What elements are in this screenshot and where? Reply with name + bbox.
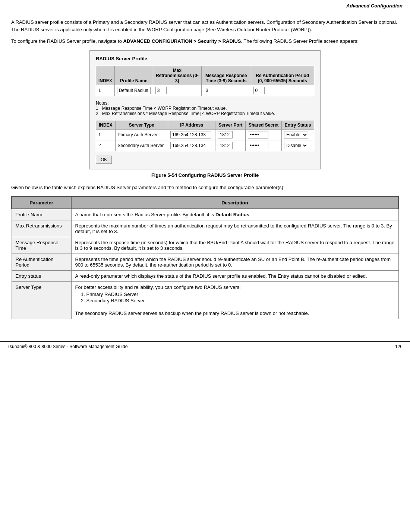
param-row: Max Retransmissions Represents the maxim… <box>12 220 398 237</box>
intro-paragraph2: To configure the RADIUS Server profile, … <box>11 38 399 45</box>
secret-input[interactable] <box>248 142 268 149</box>
param-name: Message Response Time <box>12 237 71 254</box>
radius-profile-box: RADIUS Server Profile INDEX Profile Name… <box>89 50 321 169</box>
footer-left: Tsunami® 800 & 8000 Series - Software Ma… <box>7 344 127 349</box>
max-retrans-cell[interactable] <box>153 85 201 96</box>
status-select[interactable]: EnableDisable <box>284 142 308 149</box>
col-index: INDEX <box>96 66 115 85</box>
footer-right: 126 <box>395 344 403 349</box>
col-msg-response: Message Response Time (3-9) Seconds <box>202 66 251 85</box>
ok-button[interactable]: OK <box>96 156 112 164</box>
param-desc: Represents the maximum number of times a… <box>71 220 398 237</box>
scol-index: INDEX <box>96 121 116 129</box>
page-header: Advanced Configuration <box>0 0 410 11</box>
figure-caption: Figure 5-54 Configuring RADIUS Server Pr… <box>151 172 259 178</box>
server-row: 1 Primary Auth Server EnableDisable <box>96 129 314 140</box>
col-re-auth: Re Authentication Period (0, 900-65535) … <box>251 66 314 85</box>
param-desc: Represents the time period after which t… <box>71 254 398 271</box>
given-below-text: Given below is the table which explains … <box>11 184 399 191</box>
param-desc: For better accessibility and reliability… <box>71 282 398 319</box>
srow-ip[interactable] <box>168 140 215 151</box>
re-auth-input[interactable] <box>253 87 265 94</box>
secret-input[interactable] <box>248 131 268 138</box>
param-table-col-param: Parameter <box>12 197 71 209</box>
desc-text: Represents the maximum number of times a… <box>75 223 392 234</box>
port-input[interactable] <box>218 131 233 138</box>
param-table-col-desc: Description <box>71 197 398 209</box>
desc-prefix: For better accessibility and reliability… <box>75 284 241 290</box>
param-row: Server Type For better accessibility and… <box>12 282 398 319</box>
param-desc: Represents the response time (in seconds… <box>71 237 398 254</box>
srow-index: 2 <box>96 140 116 151</box>
param-name: Server Type <box>12 282 71 319</box>
param-desc: A read-only parameter which displays the… <box>71 271 398 282</box>
srow-type: Primary Auth Server <box>115 129 168 140</box>
profile-index: 1 <box>96 85 115 96</box>
scol-server-type: Server Type <box>115 121 168 129</box>
port-input[interactable] <box>218 142 233 149</box>
col-max-retrans: Max Retransmissions (0-3) <box>153 66 201 85</box>
param-row: Profile Name A name that represents the … <box>12 209 398 220</box>
profile-name-input[interactable] <box>117 87 151 94</box>
param-row: Re Authentication Period Represents the … <box>12 254 398 271</box>
srow-status[interactable]: EnableDisable <box>282 129 314 140</box>
param-row: Message Response Time Represents the res… <box>12 237 398 254</box>
msg-response-input[interactable] <box>204 87 215 94</box>
srow-type: Secondary Auth Server <box>115 140 168 151</box>
col-profile-name: Profile Name <box>114 66 153 85</box>
figure-container: RADIUS Server Profile INDEX Profile Name… <box>11 50 399 178</box>
profile-row: 1 <box>96 85 314 96</box>
server-table: INDEX Server Type IP Address Server Port… <box>96 121 314 151</box>
note1: 1. Message Response Time < WORP Registra… <box>96 106 314 111</box>
max-retrans-input[interactable] <box>155 87 167 94</box>
param-name: Profile Name <box>12 209 71 220</box>
param-row: Entry status A read-only parameter which… <box>12 271 398 282</box>
param-desc: A name that represents the Radius Server… <box>71 209 398 220</box>
radius-profile-title: RADIUS Server Profile <box>96 56 314 61</box>
srow-secret[interactable] <box>246 140 282 151</box>
desc-text: A read-only parameter which displays the… <box>75 273 367 279</box>
param-name: Re Authentication Period <box>12 254 71 271</box>
server-row: 2 Secondary Auth Server EnableDisable <box>96 140 314 151</box>
scol-port: Server Port <box>215 121 246 129</box>
intro-paragraph1: A RADIUS server profile consists of a Pr… <box>11 19 399 33</box>
note2: 2. Max Retransmissions * Message Respons… <box>96 111 314 116</box>
header-title: Advanced Configuration <box>346 3 403 9</box>
msg-response-cell[interactable] <box>202 85 251 96</box>
notes-label: Notes: <box>96 101 314 106</box>
re-auth-cell[interactable] <box>251 85 314 96</box>
srow-index: 1 <box>96 129 116 140</box>
server-type-list: Primary RADIUS ServerSecondary RADIUS Se… <box>86 292 395 303</box>
ip-input[interactable] <box>170 131 211 138</box>
srow-port[interactable] <box>215 129 246 140</box>
desc-text: A name that represents the Radius Server… <box>75 212 251 217</box>
srow-status[interactable]: EnableDisable <box>282 140 314 151</box>
srow-port[interactable] <box>215 140 246 151</box>
srow-secret[interactable] <box>246 129 282 140</box>
page-footer: Tsunami® 800 & 8000 Series - Software Ma… <box>0 341 410 351</box>
srow-ip[interactable] <box>168 129 215 140</box>
scol-secret: Shared Secret <box>246 121 282 129</box>
desc-text: Represents the time period after which t… <box>75 257 391 268</box>
ip-input[interactable] <box>170 142 211 149</box>
scol-status: Entry Status <box>282 121 314 129</box>
status-select[interactable]: EnableDisable <box>284 131 308 138</box>
profile-table: INDEX Profile Name Max Retransmissions (… <box>96 66 314 96</box>
param-name: Entry status <box>12 271 71 282</box>
profile-name-cell[interactable] <box>114 85 153 96</box>
list-item: Secondary RADIUS Server <box>86 298 395 303</box>
param-table: Parameter Description Profile Name A nam… <box>11 196 399 319</box>
desc-suffix: The secondary RADIUS server serves as ba… <box>75 310 309 316</box>
notes-section: Notes: 1. Message Response Time < WORP R… <box>96 101 314 116</box>
desc-text: Represents the response time (in seconds… <box>75 240 395 251</box>
scol-ip: IP Address <box>168 121 215 129</box>
list-item: Primary RADIUS Server <box>86 292 395 297</box>
param-name: Max Retransmissions <box>12 220 71 237</box>
